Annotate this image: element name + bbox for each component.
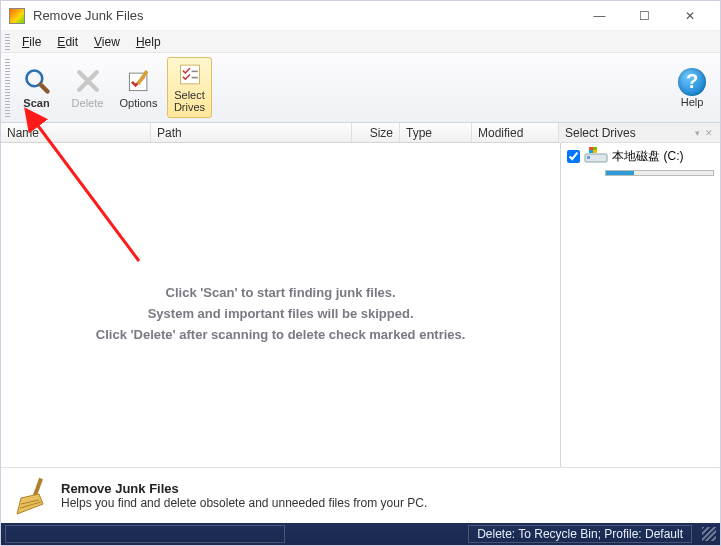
- svg-rect-10: [587, 156, 590, 159]
- statusbar: Delete: To Recycle Bin; Profile: Default: [1, 523, 720, 545]
- menu-file[interactable]: File: [14, 33, 49, 51]
- side-panel-pin-icon[interactable]: ▾ ✕: [695, 128, 714, 138]
- checklist-icon: [176, 62, 204, 87]
- select-drives-panel: 本地磁盘 (C:): [560, 143, 720, 473]
- menu-edit[interactable]: Edit: [49, 33, 86, 51]
- delete-x-icon: [74, 67, 102, 95]
- col-type[interactable]: Type: [400, 123, 472, 142]
- minimize-button[interactable]: —: [577, 2, 622, 30]
- titlebar: Remove Junk Files — ☐ ✕: [1, 1, 720, 31]
- options-button[interactable]: Options: [116, 57, 161, 118]
- col-name[interactable]: Name: [1, 123, 151, 142]
- svg-rect-14: [589, 150, 593, 153]
- broom-icon: [11, 476, 51, 516]
- svg-rect-12: [589, 147, 593, 150]
- status-right: Delete: To Recycle Bin; Profile: Default: [468, 525, 692, 543]
- drive-item-c[interactable]: 本地磁盘 (C:): [561, 143, 720, 169]
- footer-title: Remove Junk Files: [61, 481, 427, 496]
- svg-rect-15: [593, 150, 597, 153]
- window-title: Remove Junk Files: [33, 8, 144, 23]
- svg-rect-16: [33, 477, 43, 495]
- menubar-grip: [5, 34, 10, 50]
- col-size[interactable]: Size: [352, 123, 400, 142]
- help-button[interactable]: ? Help: [668, 57, 716, 118]
- toolbar: Scan Delete Options Select Drives ? Help: [1, 53, 720, 123]
- footer-desc: Helps you find and delete obsolete and u…: [61, 496, 427, 510]
- options-icon: [125, 67, 153, 95]
- drive-icon: [584, 147, 608, 165]
- svg-line-1: [40, 84, 47, 91]
- drive-checkbox-c[interactable]: [567, 150, 580, 163]
- empty-state-message: Click 'Scan' to start finding junk files…: [1, 283, 560, 345]
- resize-grip[interactable]: [702, 527, 716, 541]
- status-left: [5, 525, 285, 543]
- side-panel-header: Select Drives ▾ ✕: [559, 123, 720, 143]
- scan-button[interactable]: Scan: [14, 57, 59, 118]
- help-icon: ?: [678, 68, 706, 96]
- magnifier-icon: [23, 67, 51, 95]
- menu-help[interactable]: Help: [128, 33, 169, 51]
- delete-button[interactable]: Delete: [65, 57, 110, 118]
- drive-label: 本地磁盘 (C:): [612, 148, 683, 165]
- col-modified[interactable]: Modified: [472, 123, 559, 142]
- column-headers: Name Path Size Type Modified Select Driv…: [1, 123, 720, 143]
- footer-info: Remove Junk Files Helps you find and del…: [1, 467, 720, 523]
- menubar: File Edit View Help: [1, 31, 720, 53]
- toolbar-grip: [5, 59, 10, 119]
- app-icon: [9, 8, 25, 24]
- menu-view[interactable]: View: [86, 33, 128, 51]
- results-list: Click 'Scan' to start finding junk files…: [1, 143, 560, 473]
- svg-rect-13: [593, 147, 597, 150]
- main-area: Click 'Scan' to start finding junk files…: [1, 143, 720, 473]
- maximize-button[interactable]: ☐: [622, 2, 667, 30]
- drive-usage-bar: [605, 170, 714, 176]
- close-button[interactable]: ✕: [667, 2, 712, 30]
- select-drives-button[interactable]: Select Drives: [167, 57, 212, 118]
- col-path[interactable]: Path: [151, 123, 352, 142]
